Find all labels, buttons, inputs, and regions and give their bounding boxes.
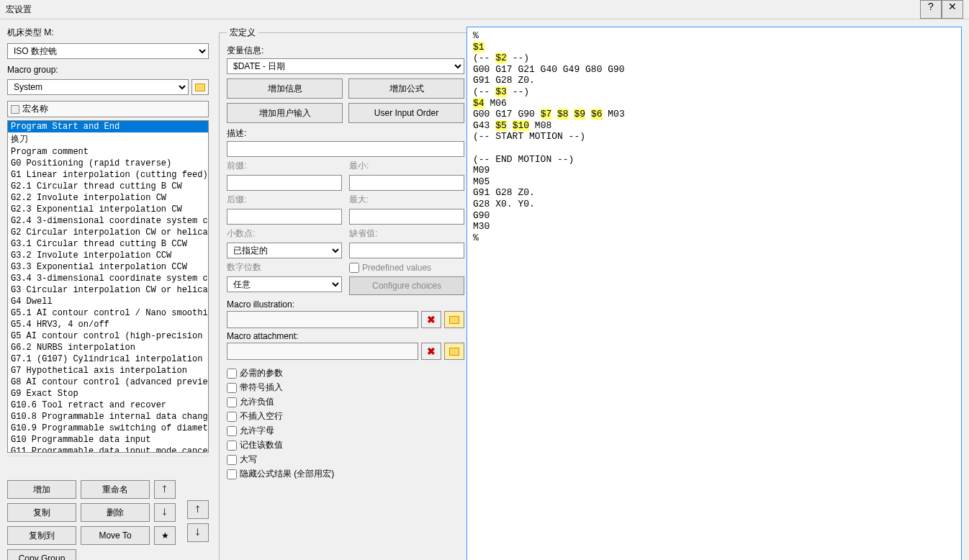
list-item[interactable]: G5.1 AI contour control / Nano smoothing… [8, 307, 208, 319]
list-item[interactable]: G2.1 Circular thread cutting B CW [8, 181, 208, 192]
list-item[interactable]: G5.4 HRV3, 4 on/off [8, 319, 208, 330]
macro-group-combo[interactable]: System [7, 79, 189, 95]
header-icon [11, 105, 19, 114]
copy-button[interactable]: 复制 [7, 503, 76, 522]
hide-checkbox[interactable] [227, 469, 237, 479]
decimal-combo[interactable]: 已指定的 [227, 243, 342, 258]
x-icon: ✖ [427, 346, 436, 357]
group-down-button[interactable]: 🡓 [187, 523, 209, 542]
list-item[interactable]: G2 Circular interpolation CW or helical … [8, 227, 208, 238]
min-label: 最小: [349, 160, 464, 172]
attachment-label: Macro attachment: [227, 331, 464, 341]
var-info-combo[interactable]: $DATE - 日期 [227, 58, 464, 74]
favorite-button[interactable]: ★ [154, 526, 176, 545]
macro-code-editor[interactable]: %$1(-- $2 --)G00 G17 G21 G40 G49 G80 G90… [467, 27, 962, 560]
move-up-button[interactable]: 🡑 [154, 480, 176, 499]
group-up-button[interactable]: 🡑 [187, 500, 209, 519]
list-item[interactable]: Program Start and End [8, 121, 208, 132]
list-item[interactable]: G3.1 Circular thread cutting B CCW [8, 238, 208, 250]
macro-list[interactable]: Program Start and End换刀Program commentG0… [7, 120, 209, 453]
negative-checkbox[interactable] [227, 397, 237, 407]
list-item[interactable]: Program comment [8, 146, 208, 158]
suffix-label: 后缀: [227, 194, 342, 206]
list-item[interactable]: G0 Positioning (rapid traverse) [8, 158, 208, 169]
x-icon: ✖ [427, 314, 436, 325]
illustration-clear-button[interactable]: ✖ [421, 311, 441, 328]
copyto-button[interactable]: 复制到 [7, 526, 76, 545]
remember-checkbox[interactable] [227, 441, 237, 451]
group-folder-button[interactable] [191, 79, 209, 95]
list-item[interactable]: G3 Circular interpolation CW or helical … [8, 284, 208, 296]
list-item[interactable]: 换刀 [8, 132, 208, 146]
list-item[interactable]: G2.2 Involute interpolation CW [8, 192, 208, 204]
default-input[interactable] [349, 243, 464, 258]
machine-type-combo[interactable]: ISO 数控铣 [7, 43, 209, 59]
illustration-label: Macro illustration: [227, 299, 464, 310]
max-input[interactable] [349, 209, 464, 225]
machine-type-label: 机床类型 M: [7, 27, 209, 39]
add-button[interactable]: 增加 [7, 480, 76, 499]
copy-group-button[interactable]: Copy Group [7, 549, 76, 560]
list-item[interactable]: G3.4 3-dimensional coordinate system con… [8, 273, 208, 284]
attachment-browse-button[interactable] [444, 343, 464, 360]
upper-checkbox[interactable] [227, 455, 237, 465]
prefix-input[interactable] [227, 175, 342, 191]
noblank-checkbox[interactable] [227, 412, 237, 422]
list-item[interactable]: G11 Programmable data input mode cancel [8, 446, 208, 453]
var-info-label: 变量信息: [227, 45, 464, 57]
window-title: 宏设置 [6, 4, 920, 16]
h-scrollbar[interactable] [7, 456, 209, 467]
list-item[interactable]: G3.2 Involute interpolation CCW [8, 250, 208, 261]
letters-checkbox[interactable] [227, 426, 237, 436]
config-choices-button[interactable]: Configure choices [349, 276, 464, 295]
digits-label: 数字位数 [227, 261, 342, 274]
folder-icon [449, 316, 459, 324]
macro-def-group: 宏定义 变量信息: $DATE - 日期 增加信息 增加公式 增加用户输入 Us… [219, 27, 472, 560]
default-label: 缺省值: [349, 227, 464, 240]
illustration-browse-button[interactable] [444, 311, 464, 328]
decimal-label: 小数点: [227, 227, 342, 240]
prefix-label: 前缀: [227, 160, 342, 172]
add-info-button[interactable]: 增加信息 [227, 78, 343, 99]
help-button[interactable]: ? [920, 0, 942, 19]
rename-button[interactable]: 重命名 [81, 480, 150, 499]
list-item[interactable]: G4 Dwell [8, 296, 208, 307]
required-checkbox[interactable] [227, 369, 237, 379]
move-down-button[interactable]: 🡓 [154, 503, 176, 522]
list-item[interactable]: G1 Linear interpolation (cutting feed) [8, 169, 208, 181]
moveto-button[interactable]: Move To [81, 526, 150, 545]
folder-icon [195, 83, 205, 91]
predef-checkbox[interactable] [349, 263, 359, 273]
list-item[interactable]: G10.8 Programmable internal data change [8, 411, 208, 423]
attachment-clear-button[interactable]: ✖ [421, 343, 441, 360]
macro-list-header: 宏名称 [7, 101, 209, 117]
list-item[interactable]: G9 Exact Stop [8, 388, 208, 399]
list-item[interactable]: G10.6 Tool retract and recover [8, 399, 208, 411]
list-item[interactable]: G7 Hypothetical axis interpolation [8, 365, 208, 376]
list-item[interactable]: G8 AI contour control (advanced preview … [8, 376, 208, 388]
list-item[interactable]: G2.3 Exponential interpolation CW [8, 204, 208, 215]
add-formula-button[interactable]: 增加公式 [348, 78, 464, 99]
desc-label: 描述: [227, 127, 464, 140]
delete-button[interactable]: 删除 [81, 503, 150, 522]
illustration-input[interactable] [227, 311, 418, 328]
list-item[interactable]: G7.1 (G107) Cylindrical interpolation [8, 353, 208, 365]
list-item[interactable]: G5 AI contour control (high-precision co… [8, 330, 208, 342]
desc-input[interactable] [227, 141, 464, 157]
list-item[interactable]: G2.4 3-dimensional coordinate system con… [8, 215, 208, 227]
list-item[interactable]: G10 Programmable data input [8, 434, 208, 446]
suffix-input[interactable] [227, 209, 342, 225]
userinput-order-button[interactable]: User Input Order [348, 103, 464, 123]
add-userinput-button[interactable]: 增加用户输入 [227, 103, 343, 123]
macro-group-label: Macro group: [7, 65, 209, 75]
list-item[interactable]: G10.9 Programmable switching of diameter… [8, 423, 208, 434]
max-label: 最大: [349, 194, 464, 206]
signed-checkbox[interactable] [227, 383, 237, 393]
close-button[interactable]: ✕ [942, 0, 963, 19]
titlebar: 宏设置 ? ✕ [0, 0, 969, 19]
list-item[interactable]: G3.3 Exponential interpolation CCW [8, 261, 208, 273]
min-input[interactable] [349, 175, 464, 191]
digits-combo[interactable]: 任意 [227, 276, 342, 292]
list-item[interactable]: G6.2 NURBS interpolation [8, 342, 208, 353]
attachment-input[interactable] [227, 343, 418, 360]
